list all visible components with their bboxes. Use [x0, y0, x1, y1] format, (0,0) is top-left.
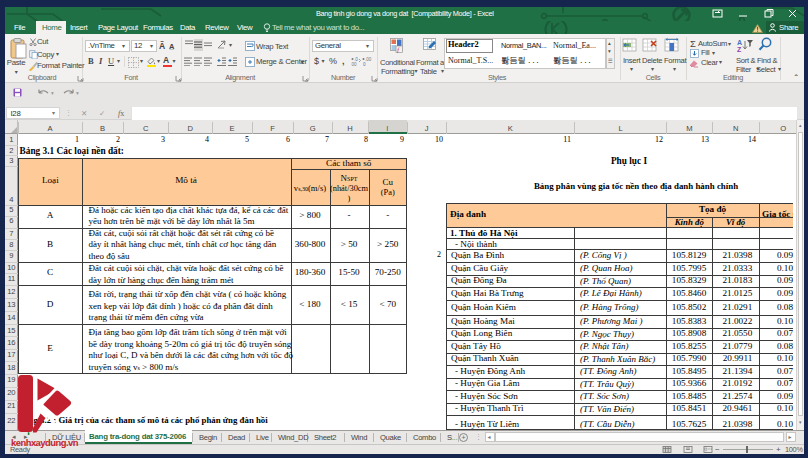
svg-text:0: 0 [363, 62, 366, 67]
svg-text:A: A [737, 39, 742, 46]
svg-text:.00: .00 [365, 57, 372, 62]
svg-text:Z: Z [737, 46, 742, 52]
svg-text:kenhxaydung.vn: kenhxaydung.vn [11, 437, 79, 448]
svg-text:00: 00 [352, 62, 358, 67]
